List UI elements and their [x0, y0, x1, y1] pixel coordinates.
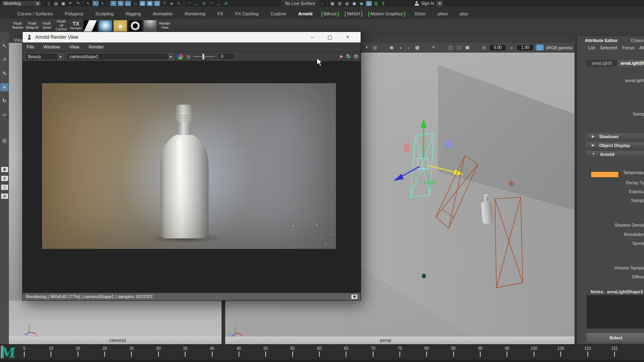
- move-tool[interactable]: +: [0, 83, 8, 91]
- last-tool-icon[interactable]: ◎: [0, 137, 8, 145]
- ao-icon[interactable]: ☀: [363, 45, 370, 50]
- red-plane-handle[interactable]: [404, 143, 410, 152]
- sign-in-button[interactable]: Sign In ▾: [415, 1, 443, 6]
- selection-lock-icon[interactable]: ↖: [176, 1, 182, 6]
- select-tool-icon[interactable]: ↖: [85, 1, 91, 6]
- point-light-icon[interactable]: [508, 181, 515, 187]
- aov-selector[interactable]: Beauty ▾: [25, 53, 64, 60]
- textured-icon[interactable]: ◑: [397, 45, 403, 50]
- snap-grid-icon[interactable]: ◇: [132, 1, 138, 6]
- section-shadows[interactable]: ▶ Shadows: [586, 133, 644, 140]
- window-menu-item[interactable]: Render: [89, 44, 104, 49]
- select-button[interactable]: Select: [587, 333, 644, 343]
- frame-tick[interactable]: 70: [367, 346, 379, 357]
- frame-tick[interactable]: 5: [18, 346, 30, 357]
- temperature-color-swatch[interactable]: [591, 171, 619, 178]
- exposure-slider[interactable]: [193, 56, 215, 57]
- arnold-render-view-window[interactable]: Arnold Render View – ▢ × FileWindowViewR…: [22, 32, 361, 301]
- chevron-down-icon[interactable]: ▾: [437, 1, 443, 6]
- frame-tick[interactable]: 20: [99, 346, 111, 357]
- aperture-icon[interactable]: ◎: [186, 54, 190, 59]
- layout-single-pane[interactable]: ▣: [1, 167, 8, 172]
- frame-tick[interactable]: 80: [420, 346, 433, 357]
- tab-polygons[interactable]: Polygons: [59, 9, 89, 19]
- camera1-viewport[interactable]: [9, 43, 22, 301]
- tab-rendering[interactable]: Rendering: [179, 9, 211, 19]
- camera1-viewport-bottom[interactable]: [9, 301, 222, 337]
- frame-tick[interactable]: 90: [474, 346, 486, 357]
- chevron-down-icon[interactable]: ▾: [57, 53, 63, 60]
- tab-bifrost[interactable]: [Bifrost]: [319, 9, 342, 19]
- tab-sculpting[interactable]: Sculpting: [89, 9, 120, 19]
- paint-select-icon[interactable]: ↖: [100, 1, 106, 6]
- node-tab-arealight3[interactable]: areaLight3: [586, 60, 617, 67]
- tab-motion-graphics[interactable]: [Motion Graphics]: [365, 9, 408, 19]
- tab-phon[interactable]: phon: [432, 9, 454, 19]
- notes-textarea[interactable]: [587, 295, 644, 328]
- frame-tick[interactable]: 110: [582, 346, 594, 357]
- selection-highlight-icon[interactable]: ↖: [431, 45, 437, 50]
- tab-ploy[interactable]: ploy: [454, 9, 474, 19]
- frame-tick[interactable]: 35: [179, 346, 191, 357]
- render-frame-icon[interactable]: ▦: [329, 1, 336, 6]
- render-sequence-icon[interactable]: ▤: [344, 1, 350, 6]
- tab-rigging[interactable]: Rigging: [120, 9, 147, 19]
- window-menu-item[interactable]: File: [27, 44, 34, 49]
- frame-tick[interactable]: 115: [608, 346, 621, 357]
- maximize-button[interactable]: ▢: [321, 32, 339, 42]
- checker-icon[interactable]: ▩: [414, 45, 420, 50]
- shelf-flush-all-caches[interactable]: FlushAll Caches: [54, 20, 68, 32]
- live-surface-field[interactable]: No Live Surface: [281, 0, 319, 6]
- gamma-field[interactable]: 1.00: [517, 44, 534, 51]
- paint-effects-icon[interactable]: ▧: [366, 1, 372, 6]
- rgb-channels-icon[interactable]: [177, 53, 184, 60]
- photometric-light-thumb[interactable]: [143, 20, 157, 32]
- ae-menu-item[interactable]: List: [588, 45, 595, 50]
- lasso-tool[interactable]: ↗: [0, 56, 8, 64]
- skydome-light-thumb[interactable]: [98, 20, 112, 32]
- select-tool[interactable]: ↖: [0, 42, 8, 50]
- ae-menu-item[interactable]: Focus: [622, 45, 634, 50]
- frame-tick[interactable]: 15: [72, 346, 84, 357]
- tab-xgen[interactable]: XGen: [408, 9, 432, 19]
- frame-tick[interactable]: 10: [45, 346, 57, 357]
- separator[interactable]: |: [424, 45, 427, 50]
- gear-icon[interactable]: ⚙: [353, 53, 358, 59]
- frame-tick[interactable]: 50: [260, 346, 272, 357]
- frame-tick[interactable]: 105: [555, 346, 567, 357]
- layout-two-pane[interactable]: ◫: [1, 185, 8, 190]
- exposure-field[interactable]: 0.00: [489, 44, 506, 51]
- frame-tick[interactable]: 55: [287, 346, 299, 357]
- frame-tick[interactable]: 95: [501, 346, 513, 357]
- smooth-shade-icon[interactable]: ◉: [389, 45, 395, 50]
- lasso-select-icon[interactable]: ↖: [93, 1, 99, 6]
- construction-history-icon[interactable]: ◠: [186, 1, 192, 6]
- snap-curve-icon[interactable]: ⊞: [139, 1, 146, 6]
- rendered-image[interactable]: [42, 83, 336, 249]
- ae-menu-item[interactable]: Selected: [600, 45, 617, 50]
- paint-select-tool[interactable]: ✎: [0, 69, 8, 78]
- blue-plane-handle[interactable]: [445, 141, 452, 148]
- persp-panel-bar[interactable]: persp: [225, 337, 574, 344]
- frame-tick[interactable]: 45: [233, 346, 245, 357]
- window-menu-item[interactable]: View: [69, 44, 79, 49]
- frame-tick[interactable]: 30: [152, 346, 165, 357]
- tab-animation[interactable]: Animation: [147, 9, 179, 19]
- color-management-icon[interactable]: [536, 44, 544, 51]
- undo-icon[interactable]: ↶: [68, 1, 74, 6]
- move-tool-icon[interactable]: +: [110, 1, 116, 6]
- layout-four-pane[interactable]: ⊞: [1, 176, 8, 181]
- new-scene-icon[interactable]: ▯: [46, 1, 52, 6]
- separator[interactable]: |: [475, 45, 477, 50]
- frame-tick[interactable]: 40: [206, 346, 218, 357]
- exposure-value-field[interactable]: 0: [218, 53, 235, 60]
- gamma-icon[interactable]: ◑: [508, 45, 515, 50]
- section-object-display[interactable]: ▶ Object Display: [586, 142, 644, 149]
- separator[interactable]: |: [441, 45, 443, 50]
- curve-snap-icon[interactable]: ◡: [194, 1, 200, 6]
- make-live-icon[interactable]: ◡: [215, 1, 222, 6]
- camera1-panel-bar[interactable]: camera1: [9, 337, 222, 344]
- frame-tick[interactable]: 100: [528, 346, 540, 357]
- close-button[interactable]: ×: [339, 32, 357, 42]
- tab-custom[interactable]: Custom: [265, 9, 292, 19]
